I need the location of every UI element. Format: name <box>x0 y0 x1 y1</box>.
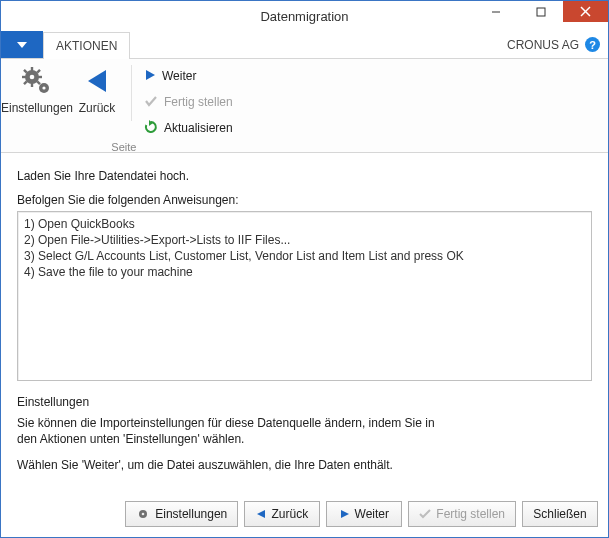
play-icon <box>340 509 350 519</box>
svg-rect-8 <box>31 83 33 87</box>
svg-marker-22 <box>257 510 265 518</box>
refresh-icon <box>144 120 158 137</box>
svg-marker-17 <box>88 70 106 92</box>
footer-settings-button[interactable]: Einstellungen <box>125 501 238 527</box>
svg-marker-19 <box>149 120 153 126</box>
svg-point-6 <box>30 75 35 80</box>
ribbon-settings-label: Einstellungen <box>1 101 73 115</box>
play-icon <box>144 69 156 84</box>
lead-text-2: Befolgen Sie die folgenden Anweisungen: <box>17 193 592 207</box>
svg-marker-18 <box>146 70 155 80</box>
instructions-textbox[interactable]: 1) Open QuickBooks 2) Open File->Utiliti… <box>17 211 592 381</box>
window-controls <box>473 1 608 22</box>
ribbon-body: Einstellungen Zurück Weiter <box>1 59 608 153</box>
back-arrow-icon <box>82 63 112 99</box>
footer-finish-button: Fertig stellen <box>408 501 516 527</box>
svg-rect-1 <box>537 8 545 16</box>
tab-actions[interactable]: AKTIONEN <box>43 32 130 59</box>
ribbon-settings-button[interactable]: Einstellungen <box>7 61 67 139</box>
ribbon-separator <box>131 65 132 121</box>
svg-rect-9 <box>22 76 26 78</box>
footer-close-label: Schließen <box>533 507 586 521</box>
help-icon[interactable]: ? <box>585 37 600 52</box>
ribbon-right: CRONUS AG ? <box>507 31 608 58</box>
footer-settings-label: Einstellungen <box>155 507 227 521</box>
ribbon-finish-label: Fertig stellen <box>164 95 233 109</box>
content-area: Laden Sie Ihre Datendatei hoch. Befolgen… <box>1 153 608 495</box>
check-icon <box>419 509 431 519</box>
lead-text-1: Laden Sie Ihre Datendatei hoch. <box>17 169 592 183</box>
ribbon-back-label: Zurück <box>79 101 116 115</box>
ribbon-back-button[interactable]: Zurück <box>67 61 127 139</box>
close-button[interactable] <box>563 1 608 22</box>
footer-next-button[interactable]: Weiter <box>326 501 402 527</box>
footer-next-label: Weiter <box>355 507 389 521</box>
maximize-button[interactable] <box>518 1 563 22</box>
footer-finish-label: Fertig stellen <box>436 507 505 521</box>
ribbon-tabs: AKTIONEN CRONUS AG ? <box>1 31 608 59</box>
svg-rect-7 <box>31 67 33 71</box>
settings-header: Einstellungen <box>17 395 592 409</box>
next-paragraph: Wählen Sie 'Weiter', um die Datei auszuw… <box>17 457 437 473</box>
minimize-button[interactable] <box>473 1 518 22</box>
ribbon-next-button[interactable]: Weiter <box>140 65 237 87</box>
svg-marker-23 <box>341 510 349 518</box>
ribbon-refresh-label: Aktualisieren <box>164 121 233 135</box>
back-arrow-icon <box>256 509 266 519</box>
svg-point-16 <box>42 86 45 89</box>
svg-point-21 <box>142 513 145 516</box>
settings-paragraph: Sie können die Importeinstellungen für d… <box>17 415 437 447</box>
gear-icon <box>136 507 150 521</box>
ribbon-finish-button: Fertig stellen <box>140 91 237 113</box>
app-window: Datenmigration AKTIONEN CRONUS AG ? <box>0 0 609 538</box>
company-name: CRONUS AG <box>507 38 579 52</box>
footer-buttons: Einstellungen Zurück Weiter Fertig stell… <box>1 495 608 537</box>
footer-back-label: Zurück <box>271 507 308 521</box>
svg-rect-10 <box>38 76 42 78</box>
title-bar: Datenmigration <box>1 1 608 31</box>
svg-marker-4 <box>17 42 27 48</box>
file-menu-tab[interactable] <box>1 31 43 58</box>
footer-back-button[interactable]: Zurück <box>244 501 320 527</box>
gear-icon <box>20 63 54 99</box>
check-icon <box>144 95 158 110</box>
ribbon-next-label: Weiter <box>162 69 196 83</box>
footer-close-button[interactable]: Schließen <box>522 501 598 527</box>
ribbon-refresh-button[interactable]: Aktualisieren <box>140 117 237 139</box>
